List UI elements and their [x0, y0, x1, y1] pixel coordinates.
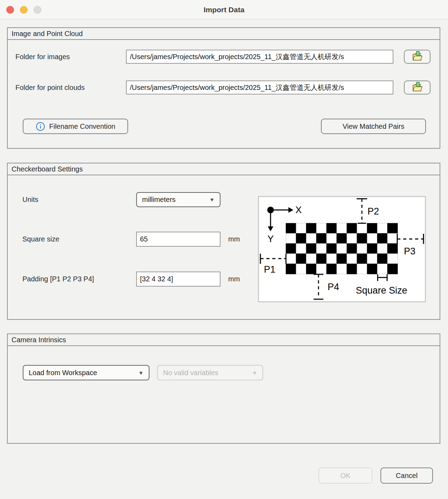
section-title: Checkerboard Settings [8, 163, 440, 175]
cancel-label: Cancel [396, 472, 418, 480]
folder-for-images-input[interactable] [126, 50, 393, 64]
svg-text:i: i [40, 124, 41, 129]
open-folder-icon [411, 82, 423, 94]
folder-for-point-clouds-input[interactable] [126, 80, 393, 94]
checkerboard-diagram: X Y P2 P3 P1 P4 [258, 196, 426, 302]
info-icon: i [36, 122, 45, 131]
ok-label: OK [341, 472, 351, 480]
y-axis-label: Y [267, 234, 274, 244]
p3-label: P3 [404, 246, 415, 256]
p1-label: P1 [264, 264, 275, 275]
view-matched-pairs-button[interactable]: View Matched Pairs [321, 119, 426, 134]
padding-unit: mm [228, 272, 240, 287]
view-matched-pairs-label: View Matched Pairs [343, 122, 404, 131]
chevron-down-icon: ▼ [252, 370, 257, 376]
units-value: millimeters [142, 196, 176, 204]
x-axis-label: X [295, 205, 302, 215]
ok-button: OK [318, 468, 372, 484]
checkerboard-diagram-svg: X Y P2 P3 P1 P4 [259, 197, 425, 301]
cancel-button[interactable]: Cancel [380, 468, 433, 484]
section-title: Image and Point Cloud [8, 28, 440, 40]
browse-images-folder-button[interactable] [404, 50, 430, 64]
intrinsics-source-dropdown[interactable]: Load from Workspace ▼ [23, 365, 149, 380]
open-folder-icon [411, 51, 423, 63]
intrinsics-variable-dropdown: No valid variables ▼ [157, 365, 263, 380]
padding-input[interactable] [136, 272, 220, 287]
chevron-down-icon: ▼ [209, 197, 215, 203]
units-label: Units [22, 192, 38, 207]
window-title: Import Data [0, 0, 448, 19]
chevron-down-icon: ▼ [138, 370, 144, 376]
intrinsics-source-value: Load from Workspace [29, 369, 97, 377]
section-camera-intrinsics: Camera Intrinsics Load from Workspace ▼ … [7, 333, 440, 444]
units-dropdown[interactable]: millimeters ▼ [136, 192, 220, 207]
folder-for-images-label: Folder for images [15, 50, 70, 64]
section-checkerboard-settings: Checkerboard Settings Units millimeters … [7, 163, 440, 320]
filename-convention-label: Filename Convention [49, 122, 115, 131]
square-size-label: Square size [22, 232, 59, 247]
p2-label: P2 [368, 206, 379, 217]
p4-label: P4 [328, 282, 339, 292]
padding-label: Padding [P1 P2 P3 P4] [22, 272, 94, 287]
browse-point-clouds-folder-button[interactable] [404, 80, 430, 94]
intrinsics-variable-value: No valid variables [163, 369, 218, 377]
section-image-and-point-cloud: Image and Point Cloud Folder for images … [7, 27, 440, 149]
square-size-unit: mm [228, 232, 240, 247]
title-bar: Import Data [0, 0, 448, 19]
footer: OK Cancel [0, 468, 448, 484]
square-size-diagram-label: Square Size [356, 285, 407, 296]
square-size-input[interactable] [136, 232, 220, 247]
section-title: Camera Intrinsics [8, 334, 440, 346]
checkerboard-pattern [286, 223, 398, 274]
folder-for-point-clouds-label: Folder for point clouds [15, 80, 85, 94]
filename-convention-button[interactable]: i Filename Convention [23, 119, 128, 134]
